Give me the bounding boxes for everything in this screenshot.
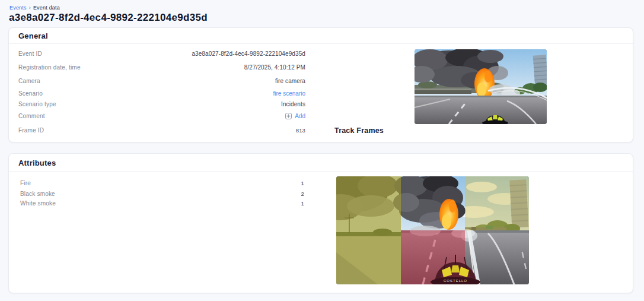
field-row-frame-id: Frame ID 813 [18, 126, 305, 134]
attributes-card: Attributes Fire 1 Black smoke 2 White sm… [8, 153, 633, 293]
svg-text:COSTELLO: COSTELLO [444, 279, 467, 283]
field-value: a3e8a027-8f2d-4ec4-9892-222104e9d35d [192, 50, 305, 57]
field-value: fire camera [275, 78, 305, 84]
breadcrumb: Events › Event data [9, 5, 60, 11]
track-frames-composite-image[interactable]: COSTELLO [336, 176, 529, 284]
field-value: 813 [296, 127, 305, 134]
field-row-scenario-type: Scenario type Incidents [18, 100, 305, 108]
field-row-camera: Camera fire camera [18, 77, 305, 85]
attribute-label: White smoke [20, 200, 56, 207]
add-comment-button[interactable]: Add [285, 113, 305, 119]
field-row-comment: Comment Add [18, 112, 305, 120]
field-row-event-id: Event ID a3e8a027-8f2d-4ec4-9892-222104e… [18, 49, 305, 58]
attribute-value: 1 [301, 200, 304, 207]
camera-frame-image[interactable] [415, 49, 547, 124]
field-label: Scenario [18, 90, 43, 97]
field-row-registration: Registration date, time 8/27/2025, 4:10:… [18, 63, 305, 71]
attribute-label: Black smoke [20, 191, 55, 197]
scenario-link[interactable]: fire scenario [273, 90, 305, 97]
breadcrumb-current: Event data [33, 5, 60, 11]
field-value: 8/27/2025, 4:10:12 PM [244, 64, 305, 71]
field-row-scenario: Scenario fire scenario [18, 89, 305, 97]
field-value: Incidents [281, 101, 305, 107]
general-card: General Event ID a3e8a027-8f2d-4ec4-9892… [8, 27, 633, 142]
field-label: Scenario type [18, 101, 56, 107]
general-card-title: General [9, 28, 633, 44]
attribute-row-black-smoke: Black smoke 2 [20, 189, 304, 198]
attribute-row-white-smoke: White smoke 1 [20, 199, 304, 207]
page-title: a3e8a027-8f2d-4ec4-9892-222104e9d35d [9, 12, 208, 24]
attribute-row-fire: Fire 1 [20, 179, 304, 187]
field-label: Comment [18, 113, 45, 119]
breadcrumb-separator: › [29, 5, 31, 11]
field-label: Camera [18, 78, 40, 84]
field-label: Event ID [18, 50, 42, 57]
track-frames-title: Track Frames [334, 126, 384, 135]
attribute-value: 1 [301, 180, 304, 186]
breadcrumb-link-events[interactable]: Events [9, 5, 27, 11]
plus-square-icon [285, 113, 292, 119]
attribute-value: 2 [301, 191, 304, 197]
field-label: Registration date, time [18, 64, 81, 71]
attribute-label: Fire [20, 180, 31, 186]
add-comment-label: Add [295, 113, 305, 119]
field-label: Frame ID [18, 127, 44, 134]
attributes-card-title: Attributes [9, 154, 633, 172]
